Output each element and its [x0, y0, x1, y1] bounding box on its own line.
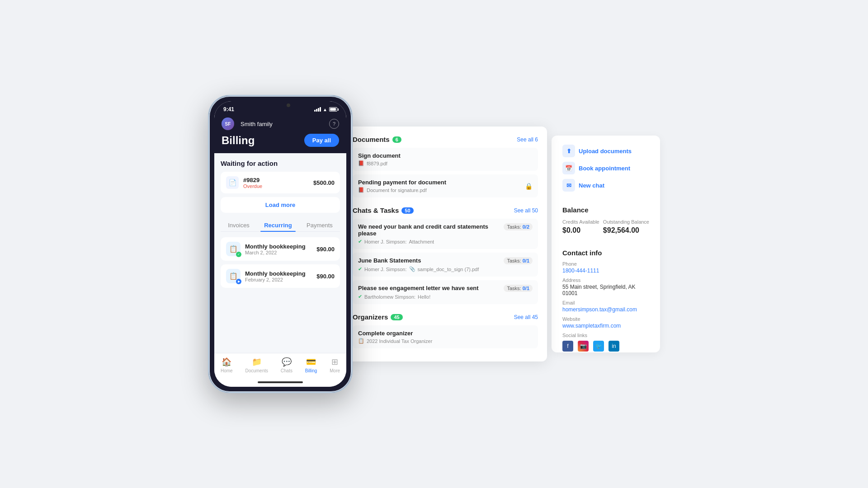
billing-icon: 💳: [306, 357, 316, 367]
recurring-info-2: Monthly bookkeeping February 2, 2022: [245, 270, 312, 282]
nav-chats[interactable]: 💬 Chats: [281, 357, 292, 373]
wifi-icon: ▲: [323, 107, 327, 112]
organizer-icon: 📋: [358, 338, 364, 344]
invoice-info: #9829 Overdue: [243, 177, 309, 189]
instagram-icon[interactable]: 📷: [578, 341, 589, 352]
pay-all-button[interactable]: Pay all: [304, 134, 339, 147]
recurring-item-1[interactable]: 📋 ✓ Monthly bookkeeping March 2, 2022 $9…: [221, 237, 340, 261]
recurring-badge-1: ✓: [236, 252, 241, 257]
invoice-amount: $500.00: [313, 179, 335, 186]
phone-content: Waiting for action 📄 #9829 Overdue $500.…: [214, 153, 346, 353]
website-value[interactable]: www.sampletaxfirm.com: [562, 323, 649, 329]
invoice-icon: 📄: [226, 176, 239, 189]
tab-recurring[interactable]: Recurring: [260, 219, 295, 231]
balance-section: Balance Credits Available $0.00 Outstand…: [562, 206, 649, 235]
book-appointment-button[interactable]: 📅 Book appointment: [562, 162, 649, 174]
load-more-button[interactable]: Load more: [221, 197, 340, 213]
chat-item-3-sub: ✔ Bartholomew Simpson: Hello!: [358, 294, 533, 300]
chat-item-1[interactable]: We need your bank and credit card statem…: [353, 219, 538, 249]
nav-documents[interactable]: 📁 Documents: [245, 357, 268, 373]
nav-more[interactable]: ⊞ More: [330, 357, 340, 373]
nav-documents-label: Documents: [245, 368, 268, 373]
phone-value[interactable]: 1800-444-1111: [562, 267, 649, 274]
tab-invoices[interactable]: Invoices: [224, 219, 253, 231]
avatar: SF: [222, 117, 234, 130]
chat-item-3[interactable]: Please see engagement letter we have sen…: [353, 280, 538, 304]
organizers-header: Organizers 45 See all 45: [353, 313, 538, 321]
address-row: Address 55 Main street, Springfield, AK …: [562, 277, 649, 296]
tab-payments[interactable]: Payments: [303, 219, 336, 231]
check-icon-3: ✔: [358, 294, 362, 300]
chats-badge: 50: [401, 207, 413, 214]
nav-billing-label: Billing: [305, 368, 317, 373]
nav-chats-label: Chats: [281, 368, 292, 373]
organizers-section: Organizers 45 See all 45 Complete organi…: [353, 313, 538, 348]
recurring-info-1: Monthly bookkeeping March 2, 2022: [245, 243, 312, 255]
credits-col: Credits Available $0.00: [562, 219, 599, 235]
doc-item-1[interactable]: Sign document 📕 f8879.pdf: [353, 148, 538, 171]
contact-section: Contact info Phone 1800-444-1111 Address…: [562, 249, 649, 352]
organizer-item-1[interactable]: Complete organizer 📋 2022 Individual Tax…: [353, 325, 538, 348]
help-button[interactable]: ?: [329, 119, 339, 129]
nav-home-label: Home: [221, 368, 233, 373]
chats-icon: 💬: [282, 357, 292, 367]
recurring-amount-2: $90.00: [316, 273, 335, 280]
doc-item-2-info: Pending payment for document 📕 Document …: [358, 179, 446, 193]
invoice-number: #9829: [243, 177, 309, 183]
credits-value: $0.00: [562, 226, 599, 235]
email-value[interactable]: homersimpson.tax@gmail.com: [562, 306, 649, 313]
profile-row: SF Smith family ?: [222, 117, 339, 130]
doc-item-1-sub: 📕 f8879.pdf: [358, 160, 401, 166]
facebook-icon[interactable]: f: [562, 341, 573, 352]
contact-title: Contact info: [562, 249, 649, 257]
pdf-icon-1: 📕: [358, 160, 364, 166]
recurring-badge-2: ▶: [236, 279, 241, 284]
phone-row: Phone 1800-444-1111: [562, 261, 649, 274]
home-bar-line: [258, 381, 303, 383]
recurring-icon-2: 📋 ▶: [226, 269, 241, 283]
more-icon: ⊞: [331, 357, 338, 367]
recurring-icon-1: 📋 ✓: [226, 242, 241, 256]
phone-label: Phone: [562, 261, 649, 267]
nav-billing[interactable]: 💳 Billing: [305, 357, 317, 373]
new-chat-button[interactable]: ✉ New chat: [562, 179, 649, 192]
chats-see-all[interactable]: See all 50: [514, 207, 538, 214]
doc-item-1-title: Sign document: [358, 152, 401, 159]
twitter-icon[interactable]: 🐦: [593, 341, 604, 352]
chat-item-2-header: June Bank Statements Tasks: 0/1: [358, 257, 533, 264]
recurring-name-1: Monthly bookkeeping: [245, 243, 312, 250]
web-panel: Documents 6 See all 6 Sign document 📕 f8…: [344, 127, 547, 361]
nav-home[interactable]: 🏠 Home: [221, 357, 233, 373]
chats-header: Chats & Tasks 50 See all 50: [353, 206, 538, 214]
address-value: 55 Main street, Springfield, AK 01001: [562, 284, 649, 296]
phone-device: 9:41 ▲ SF: [208, 95, 353, 393]
status-icons: ▲: [314, 107, 337, 112]
doc-item-2-title: Pending payment for document: [358, 179, 446, 186]
profile-name: Smith family: [241, 121, 273, 127]
documents-badge: 6: [392, 136, 401, 143]
chats-section: Chats & Tasks 50 See all 50 We need your…: [353, 206, 538, 304]
phone-notch: [262, 101, 298, 109]
invoice-item[interactable]: 📄 #9829 Overdue $500.00: [221, 172, 340, 193]
upload-icon: ⬆: [562, 145, 575, 157]
recurring-amount-1: $90.00: [316, 246, 335, 253]
upload-documents-button[interactable]: ⬆ Upload documents: [562, 145, 649, 157]
recurring-name-2: Monthly bookkeeping: [245, 270, 312, 277]
chat-item-2[interactable]: June Bank Statements Tasks: 0/1 ✔ Homer …: [353, 253, 538, 277]
doc-item-2[interactable]: Pending payment for document 📕 Document …: [353, 174, 538, 197]
recurring-item-2[interactable]: 📋 ▶ Monthly bookkeeping February 2, 2022…: [221, 264, 340, 288]
address-label: Address: [562, 277, 649, 283]
documents-see-all[interactable]: See all 6: [517, 136, 538, 143]
outstanding-col: Outstanding Balance $92,564.00: [603, 219, 649, 235]
action-buttons: ⬆ Upload documents 📅 Book appointment ✉ …: [562, 145, 649, 192]
home-bar: [214, 378, 346, 387]
phone-screen: 9:41 ▲ SF: [214, 101, 346, 387]
camera-dot: [287, 103, 290, 107]
documents-section: Documents 6 See all 6 Sign document 📕 f8…: [353, 136, 538, 197]
scene: 9:41 ▲ SF: [208, 95, 660, 393]
organizers-see-all[interactable]: See all 45: [514, 314, 538, 320]
chat-item-1-sub: ✔ Homer J. Simpson: Attachment: [358, 239, 533, 244]
chat-item-1-tasks: Tasks: 0/2: [504, 223, 533, 230]
chat-item-2-tasks: Tasks: 0/1: [504, 257, 533, 264]
linkedin-icon[interactable]: in: [609, 341, 619, 352]
